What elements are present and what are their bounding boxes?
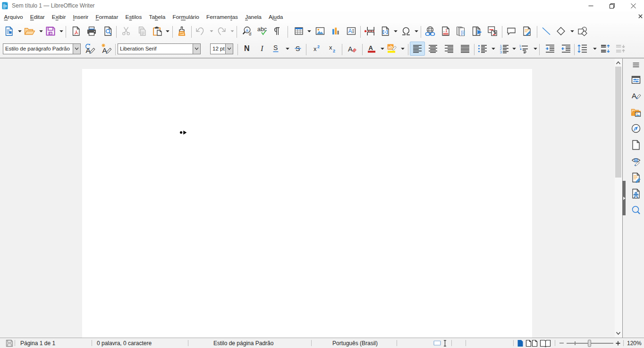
svg-text:1: 1 <box>519 44 521 48</box>
svg-text:A: A <box>348 27 352 34</box>
svg-text:A: A <box>632 92 636 100</box>
svg-text:3: 3 <box>500 50 502 53</box>
svg-text:A: A <box>102 46 107 54</box>
svg-text:ab: ab <box>388 44 393 49</box>
svg-text:2: 2 <box>333 49 335 53</box>
svg-text:x: x <box>314 45 317 52</box>
svg-text:1: 1 <box>445 27 447 33</box>
svg-text:x: x <box>329 44 332 51</box>
svg-text:d: d <box>249 31 251 36</box>
svg-text:S: S <box>273 44 278 51</box>
svg-text:A: A <box>348 45 353 53</box>
svg-text:2: 2 <box>317 44 320 49</box>
svg-text:a: a <box>246 27 248 32</box>
svg-text:A: A <box>86 46 91 54</box>
svg-text:A: A <box>368 44 373 51</box>
svg-text:[i]: [i] <box>461 30 465 35</box>
